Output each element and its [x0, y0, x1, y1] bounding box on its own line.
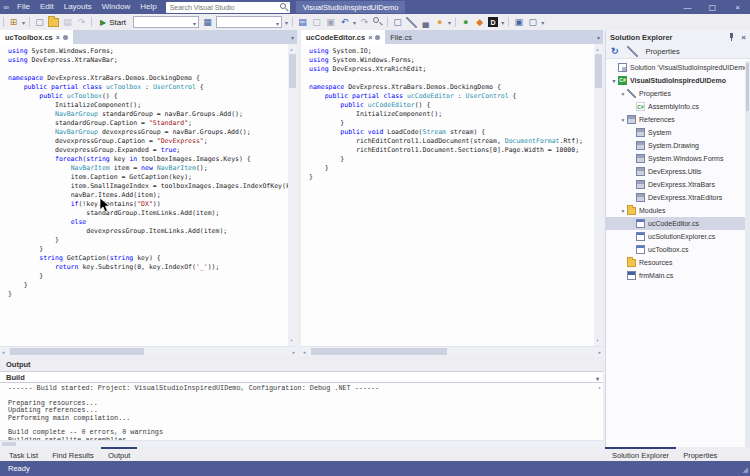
scroll-up-icon[interactable]: ▴: [290, 45, 293, 54]
scroll-thumb[interactable]: [311, 348, 447, 355]
menu-item-edit[interactable]: Edit: [35, 0, 59, 14]
briefcase-icon[interactable]: ▄: [420, 17, 431, 28]
tree-item[interactable]: C#AssemblyInfo.cs: [606, 100, 750, 113]
panel-tab-output[interactable]: Output: [101, 447, 138, 461]
dx-dropdown[interactable]: ▾: [501, 19, 504, 26]
resize-grip-icon[interactable]: ◢: [743, 466, 748, 474]
window-dropdown[interactable]: ▾: [541, 19, 544, 26]
tree-item[interactable]: ucToolbox.cs: [606, 243, 750, 256]
undo-icon[interactable]: ↶: [339, 17, 350, 28]
new-layout-dropdown[interactable]: ▾: [22, 19, 25, 26]
float-window-icon[interactable]: ▢: [392, 17, 403, 28]
scroll-thumb[interactable]: [746, 63, 749, 111]
menu-item-file[interactable]: File: [12, 0, 35, 14]
hand-icon[interactable]: ●: [434, 17, 445, 28]
platform-dropdown[interactable]: ▾: [285, 19, 288, 26]
tab-close-icon[interactable]: ×: [56, 34, 60, 41]
editor-vertical-scrollbar[interactable]: ▴▾: [594, 44, 603, 346]
tab-close-icon[interactable]: ×: [368, 34, 372, 41]
save-icon[interactable]: ▤: [62, 17, 73, 28]
explorer-vertical-scrollbar[interactable]: [745, 61, 750, 447]
tree-item[interactable]: System: [606, 126, 750, 139]
tab-list-dropdown-icon[interactable]: ▾: [597, 34, 600, 41]
tree-item[interactable]: System.Windows.Forms: [606, 152, 750, 165]
new-layout-icon[interactable]: ⊞: [8, 17, 19, 28]
wrench-icon[interactable]: [406, 17, 417, 28]
tree-item[interactable]: ucCodeEditor.cs: [606, 217, 750, 230]
copy-icon[interactable]: ▢: [311, 17, 322, 28]
tree-item[interactable]: ▾Properties: [606, 87, 750, 100]
scroll-thumb[interactable]: [595, 54, 602, 88]
start-button[interactable]: ▶Start: [96, 15, 130, 29]
scroll-thumb[interactable]: [289, 54, 296, 88]
scroll-thumb[interactable]: [10, 348, 144, 355]
maximize-button[interactable]: ▢: [700, 0, 725, 14]
scroll-up-icon[interactable]: ▴: [598, 385, 601, 392]
scroll-up-icon[interactable]: ▴: [596, 45, 599, 54]
new-window-icon[interactable]: ▢: [34, 17, 45, 28]
scroll-down-icon[interactable]: ▾: [290, 336, 293, 345]
navigate-icon[interactable]: ↷: [76, 17, 87, 28]
solution-tree[interactable]: Solution 'VisualStudioInspiredUIDemo' (1…: [606, 59, 750, 447]
scroll-left-icon[interactable]: ◂: [303, 349, 306, 355]
undo-dropdown[interactable]: ▾: [353, 19, 356, 26]
tree-item[interactable]: ucSolutionExplorer.cs: [606, 230, 750, 243]
search-box[interactable]: [166, 2, 290, 13]
properties-tool-icon[interactable]: [627, 46, 638, 57]
tree-item[interactable]: DevExpress.XtraEditors: [606, 191, 750, 204]
tree-item[interactable]: DevExpress.XtraBars: [606, 178, 750, 191]
document-tab[interactable]: ucCodeEditor.cs×: [301, 30, 385, 44]
panel-tab-properties[interactable]: Properties: [676, 447, 724, 461]
scroll-right-icon[interactable]: ▸: [598, 349, 601, 355]
dock-window-icon[interactable]: ▣: [513, 17, 524, 28]
document-tab[interactable]: File.cs: [385, 30, 417, 44]
editor-horizontal-scrollbar[interactable]: ◂▸: [0, 346, 297, 356]
expander-icon[interactable]: ▾: [619, 117, 627, 123]
panel-tab-task-list[interactable]: Task List: [2, 447, 45, 461]
close-button[interactable]: ×: [725, 0, 750, 14]
devexpress-icon[interactable]: D: [488, 17, 498, 27]
editor-horizontal-scrollbar[interactable]: ◂▸: [301, 346, 603, 356]
output-text-area[interactable]: ------ Build started: Project: VisualStu…: [0, 383, 603, 440]
redo-icon[interactable]: ↷: [359, 17, 370, 28]
save-all-icon[interactable]: ▤: [297, 17, 308, 28]
panel-tab-find-results[interactable]: Find Results: [45, 447, 101, 461]
document-tab[interactable]: ucToolbox.cs×: [0, 30, 73, 44]
code-editor[interactable]: using System.Windows.Forms;using DevExpr…: [0, 44, 297, 346]
menu-item-help[interactable]: Help: [135, 0, 161, 14]
scroll-thumb[interactable]: [2, 442, 16, 446]
tree-item[interactable]: Solution 'VisualStudioInspiredUIDemo' (1…: [606, 61, 750, 74]
menu-item-layouts[interactable]: Layouts: [59, 0, 97, 14]
search-results-icon[interactable]: ◆: [474, 17, 485, 28]
tree-item[interactable]: DevExpress.Utils: [606, 165, 750, 178]
start-page-icon[interactable]: ●: [460, 17, 471, 28]
output-horizontal-scrollbar[interactable]: [0, 440, 603, 447]
output-source-combo[interactable]: Build▾: [0, 371, 603, 383]
find-icon[interactable]: [373, 17, 383, 27]
code-editor[interactable]: using System.IO;using System.Windows.For…: [301, 44, 603, 346]
platform-combo[interactable]: ▾: [216, 16, 282, 28]
expander-icon[interactable]: ▾: [610, 78, 618, 84]
expander-icon[interactable]: ▾: [619, 91, 627, 97]
tree-item[interactable]: ▾Modules: [606, 204, 750, 217]
menu-item-window[interactable]: Window: [97, 0, 135, 14]
panel-tab-solution-explorer[interactable]: Solution Explorer: [605, 447, 676, 461]
open-folder-icon[interactable]: [48, 18, 59, 27]
tools-dropdown[interactable]: ▾: [448, 19, 451, 26]
tree-item[interactable]: System.Drawing: [606, 139, 750, 152]
close-icon[interactable]: ×: [741, 33, 746, 42]
tree-item[interactable]: frmMain.cs: [606, 269, 750, 282]
tree-item[interactable]: Resources: [606, 256, 750, 269]
lock-icon[interactable]: ▣: [325, 17, 336, 28]
editor-vertical-scrollbar[interactable]: ▴▾: [288, 44, 297, 346]
expander-icon[interactable]: ▾: [619, 208, 627, 214]
tree-item[interactable]: ▾C#VisualStudioInspiredUIDemo: [606, 74, 750, 87]
scroll-right-icon[interactable]: ▸: [292, 349, 295, 355]
scroll-down-icon[interactable]: ▾: [596, 336, 599, 345]
search-input[interactable]: [166, 3, 274, 12]
attach-process-icon[interactable]: ▦: [202, 17, 213, 28]
tab-list-dropdown-icon[interactable]: ▾: [291, 34, 294, 41]
configuration-combo[interactable]: ▾: [133, 16, 199, 28]
tab-pin-icon[interactable]: [63, 35, 68, 40]
pin-icon[interactable]: [728, 33, 735, 42]
